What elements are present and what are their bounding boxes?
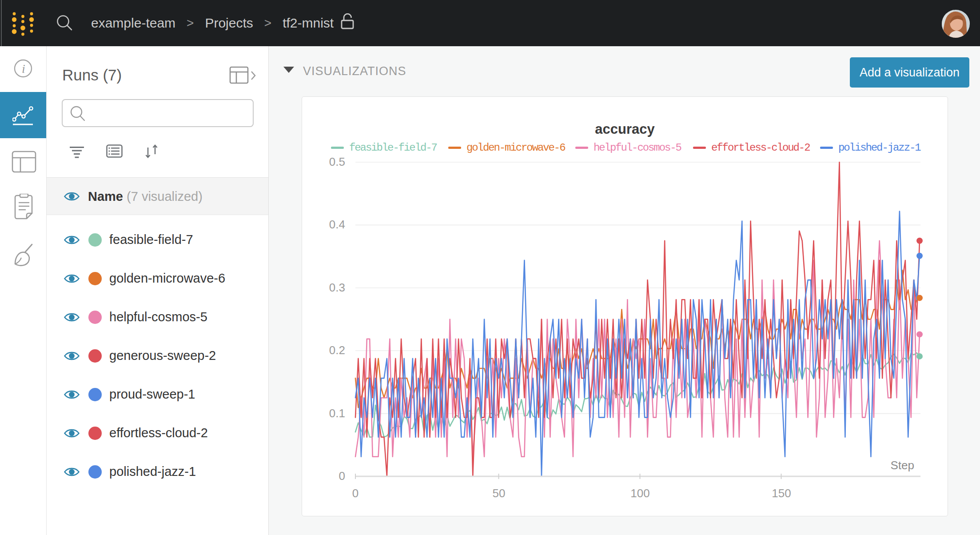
svg-text:i: i [22, 62, 25, 76]
